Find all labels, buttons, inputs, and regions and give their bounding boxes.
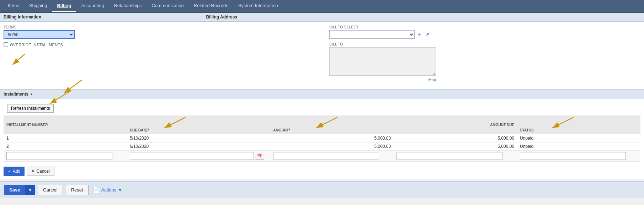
override-installments-checkbox[interactable] [4, 42, 8, 47]
col-installment-number: INSTALLMENT NUMBER [4, 115, 127, 134]
x-icon: ✕ [31, 169, 35, 174]
row1-amount-due: 5,000.00 [394, 134, 517, 142]
save-btn-group: Save ▼ [4, 185, 35, 195]
col-amount: AMOUNT* [270, 115, 394, 134]
input-amount[interactable] [273, 152, 379, 160]
tab-items[interactable]: Items [3, 0, 24, 12]
installments-section: Installments • Refresh Installments [0, 89, 644, 179]
input-due-date[interactable] [130, 152, 254, 160]
cancel-btn-label: Cancel [36, 169, 49, 174]
arrow-annotation-terms [7, 50, 28, 68]
bottom-bar: Save ▼ Cancel Reset 📄 Actions ▼ [0, 181, 644, 198]
installments-bullet: • [31, 92, 32, 97]
cancel-btn[interactable]: Cancel [38, 185, 63, 195]
input-amount-due-cell [394, 151, 517, 162]
table-row: 1 5/10/2020 5,000.00 5,000.00 Unpaid [4, 134, 640, 142]
installments-header: Installments • [0, 89, 644, 99]
bill-to-add-btn[interactable]: + [416, 31, 422, 38]
tab-billing[interactable]: Billing [52, 0, 76, 12]
table-row: 2 6/10/2020 5,000.00 5,000.00 Unpaid [4, 142, 640, 151]
terms-label: TERMS [4, 25, 315, 29]
tab-shipping[interactable]: Shipping [24, 0, 52, 12]
input-status-cell [517, 151, 640, 162]
tab-communication[interactable]: Communication [147, 0, 189, 12]
billing-info-title: Billing Information [4, 15, 41, 20]
bill-to-select-label: BILL TO SELECT [329, 25, 640, 29]
svg-line-9 [316, 117, 337, 128]
bill-to-select-row: + ↗ [329, 30, 640, 39]
terms-field-group: TERMS 50/50 Net 30 Net 60 [4, 25, 315, 39]
bill-to-external-link-btn[interactable]: ↗ [424, 31, 431, 38]
billing-left-panel: TERMS 50/50 Net 30 Net 60 OVERRIDE INSTA… [4, 25, 322, 85]
row1-number: 1 [4, 134, 127, 142]
cancel-add-btn[interactable]: ✕ Cancel [27, 167, 54, 176]
terms-select[interactable]: 50/50 Net 30 Net 60 [4, 30, 75, 39]
table-header-row: INSTALLMENT NUMBER DUE DATE* [4, 115, 640, 134]
svg-line-7 [164, 117, 186, 128]
installments-table: INSTALLMENT NUMBER DUE DATE* [4, 115, 640, 162]
arrow-annotation-refresh [46, 89, 75, 107]
actions-dropdown-icon: ▼ [118, 187, 122, 193]
billing-right-panel: BILL TO SELECT + ↗ BILL TO Map [322, 25, 640, 85]
installments-table-area: INSTALLMENT NUMBER DUE DATE* [0, 115, 644, 165]
installments-title: Installments [4, 92, 28, 97]
svg-line-11 [552, 117, 574, 128]
add-cancel-row: ✓ Add ✕ Cancel [0, 165, 644, 179]
svg-line-1 [12, 54, 25, 65]
map-link[interactable]: Map [329, 77, 436, 82]
arrow-annotation-due-date [161, 115, 189, 130]
tab-system-information[interactable]: System Information [233, 0, 283, 12]
checkmark-icon: ✓ [8, 169, 11, 174]
input-amount-due[interactable] [396, 152, 502, 160]
col-amount-due: AMOUNT DUE [394, 115, 517, 134]
reset-btn[interactable]: Reset [66, 185, 89, 195]
actions-icon: 📄 [93, 187, 100, 193]
col-due-date: DUE DATE* [127, 115, 270, 134]
calendar-btn[interactable]: 📅 [255, 153, 264, 160]
bill-to-select-group: BILL TO SELECT + ↗ [329, 25, 640, 39]
row2-amount-due: 5,000.00 [394, 142, 517, 151]
tab-related-records[interactable]: Related Records [189, 0, 233, 12]
svg-line-5 [50, 91, 71, 104]
row1-status: Unpaid [517, 134, 640, 142]
add-btn-label: Add [13, 169, 20, 174]
save-btn[interactable]: Save [4, 185, 25, 195]
input-status[interactable] [520, 152, 626, 160]
actions-label: Actions [101, 187, 117, 193]
input-amount-cell [270, 151, 394, 162]
billing-info-header: Billing Information Billing Address [0, 13, 644, 22]
arrow-annotation-status [549, 115, 577, 130]
row1-due-date: 5/10/2020 [127, 134, 270, 142]
input-installment-number[interactable] [6, 152, 112, 160]
col-status: STATUS [517, 115, 640, 134]
override-installments-label: OVERRIDE INSTALLMENTS [10, 43, 63, 47]
row2-number: 2 [4, 142, 127, 151]
arrow-annotation-amount [313, 115, 341, 130]
nav-tabs: Items Shipping Billing Accounting Relati… [0, 0, 644, 13]
row1-amount: 5,000.00 [270, 134, 394, 142]
billing-address-title: Billing Address [206, 15, 237, 20]
row2-amount: 5,000.00 [270, 142, 394, 151]
bill-to-group: BILL TO Map [329, 42, 640, 82]
bill-to-select[interactable] [329, 30, 415, 39]
main-content: Billing Information Billing Address [0, 13, 644, 179]
input-due-date-cell: 📅 [127, 151, 270, 162]
row2-due-date: 6/10/2020 [127, 142, 270, 151]
add-btn[interactable]: ✓ Add [4, 167, 25, 176]
input-number-cell [4, 151, 127, 162]
billing-layout: TERMS 50/50 Net 30 Net 60 OVERRIDE INSTA… [0, 22, 644, 89]
override-installments-row: OVERRIDE INSTALLMENTS [4, 42, 315, 47]
table-input-row: 📅 [4, 151, 640, 162]
row2-status: Unpaid [517, 142, 640, 151]
tab-accounting[interactable]: Accounting [76, 0, 109, 12]
tab-relationships[interactable]: Relationships [109, 0, 147, 12]
actions-btn[interactable]: 📄 Actions ▼ [91, 184, 124, 195]
save-dropdown-btn[interactable]: ▼ [25, 185, 35, 195]
bill-to-textarea[interactable] [329, 47, 436, 76]
bill-to-label: BILL TO [329, 42, 640, 46]
